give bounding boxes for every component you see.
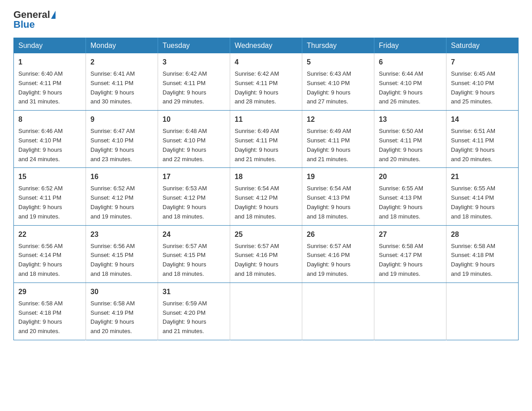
page-header: General Blue — [13, 9, 519, 30]
day-cell: 30Sunrise: 6:58 AMSunset: 4:19 PMDayligh… — [86, 283, 158, 340]
day-cell: 24Sunrise: 6:57 AMSunset: 4:15 PMDayligh… — [158, 225, 230, 283]
day-info: Sunrise: 6:52 AMSunset: 4:11 PMDaylight:… — [18, 185, 63, 219]
day-info: Sunrise: 6:58 AMSunset: 4:18 PMDaylight:… — [451, 243, 495, 277]
day-number: 7 — [451, 57, 514, 68]
day-number: 27 — [379, 229, 442, 240]
day-info: Sunrise: 6:49 AMSunset: 4:11 PMDaylight:… — [235, 128, 279, 162]
day-cell: 23Sunrise: 6:56 AMSunset: 4:15 PMDayligh… — [86, 225, 158, 283]
day-number: 17 — [163, 171, 225, 182]
day-info: Sunrise: 6:55 AMSunset: 4:14 PMDaylight:… — [451, 185, 495, 219]
day-info: Sunrise: 6:50 AMSunset: 4:11 PMDaylight:… — [379, 128, 423, 162]
day-number: 9 — [90, 114, 153, 125]
day-number: 8 — [18, 114, 81, 125]
day-info: Sunrise: 6:42 AMSunset: 4:11 PMDaylight:… — [163, 70, 207, 105]
day-cell — [230, 283, 302, 340]
day-cell: 1Sunrise: 6:40 AMSunset: 4:11 PMDaylight… — [14, 53, 86, 111]
day-cell: 2Sunrise: 6:41 AMSunset: 4:11 PMDaylight… — [86, 53, 158, 111]
day-cell: 13Sunrise: 6:50 AMSunset: 4:11 PMDayligh… — [374, 111, 446, 168]
day-cell: 6Sunrise: 6:44 AMSunset: 4:10 PMDaylight… — [374, 53, 446, 111]
day-info: Sunrise: 6:57 AMSunset: 4:16 PMDaylight:… — [235, 243, 279, 277]
day-cell: 28Sunrise: 6:58 AMSunset: 4:18 PMDayligh… — [446, 225, 519, 283]
day-cell: 14Sunrise: 6:51 AMSunset: 4:11 PMDayligh… — [446, 111, 519, 168]
day-cell: 15Sunrise: 6:52 AMSunset: 4:11 PMDayligh… — [14, 168, 86, 225]
day-info: Sunrise: 6:58 AMSunset: 4:17 PMDaylight:… — [379, 243, 423, 277]
day-number: 31 — [163, 287, 225, 297]
day-info: Sunrise: 6:49 AMSunset: 4:11 PMDaylight:… — [307, 128, 351, 162]
day-number: 20 — [379, 171, 442, 182]
day-cell: 18Sunrise: 6:54 AMSunset: 4:12 PMDayligh… — [230, 168, 302, 225]
day-info: Sunrise: 6:44 AMSunset: 4:10 PMDaylight:… — [379, 70, 423, 105]
logo-blue-text: Blue — [13, 19, 35, 30]
day-cell — [302, 283, 374, 340]
day-info: Sunrise: 6:40 AMSunset: 4:11 PMDaylight:… — [18, 70, 63, 105]
day-number: 28 — [451, 229, 514, 240]
day-cell: 5Sunrise: 6:43 AMSunset: 4:10 PMDaylight… — [302, 53, 374, 111]
day-number: 4 — [235, 57, 297, 68]
day-info: Sunrise: 6:54 AMSunset: 4:12 PMDaylight:… — [235, 185, 279, 219]
day-cell: 16Sunrise: 6:52 AMSunset: 4:12 PMDayligh… — [86, 168, 158, 225]
day-cell: 19Sunrise: 6:54 AMSunset: 4:13 PMDayligh… — [302, 168, 374, 225]
day-info: Sunrise: 6:58 AMSunset: 4:18 PMDaylight:… — [18, 300, 63, 334]
day-number: 23 — [90, 229, 153, 240]
header-cell-sunday: Sunday — [14, 38, 86, 54]
calendar-body: 1Sunrise: 6:40 AMSunset: 4:11 PMDaylight… — [14, 53, 519, 340]
day-cell: 29Sunrise: 6:58 AMSunset: 4:18 PMDayligh… — [14, 283, 86, 340]
day-number: 6 — [379, 57, 442, 68]
day-cell: 27Sunrise: 6:58 AMSunset: 4:17 PMDayligh… — [374, 225, 446, 283]
day-info: Sunrise: 6:45 AMSunset: 4:10 PMDaylight:… — [451, 70, 495, 105]
day-cell: 3Sunrise: 6:42 AMSunset: 4:11 PMDaylight… — [158, 53, 230, 111]
day-cell: 12Sunrise: 6:49 AMSunset: 4:11 PMDayligh… — [302, 111, 374, 168]
day-info: Sunrise: 6:58 AMSunset: 4:19 PMDaylight:… — [90, 300, 135, 334]
day-cell: 20Sunrise: 6:55 AMSunset: 4:13 PMDayligh… — [374, 168, 446, 225]
day-cell: 9Sunrise: 6:47 AMSunset: 4:10 PMDaylight… — [86, 111, 158, 168]
day-info: Sunrise: 6:59 AMSunset: 4:20 PMDaylight:… — [163, 300, 207, 334]
day-cell: 26Sunrise: 6:57 AMSunset: 4:16 PMDayligh… — [302, 225, 374, 283]
calendar-header: SundayMondayTuesdayWednesdayThursdayFrid… — [14, 38, 519, 54]
day-number: 13 — [379, 114, 442, 125]
day-info: Sunrise: 6:52 AMSunset: 4:12 PMDaylight:… — [90, 185, 135, 219]
day-number: 15 — [18, 171, 81, 182]
day-number: 10 — [163, 114, 225, 125]
day-cell: 4Sunrise: 6:42 AMSunset: 4:11 PMDaylight… — [230, 53, 302, 111]
day-info: Sunrise: 6:55 AMSunset: 4:13 PMDaylight:… — [379, 185, 423, 219]
week-row-1: 1Sunrise: 6:40 AMSunset: 4:11 PMDaylight… — [14, 53, 519, 111]
day-number: 3 — [163, 57, 225, 68]
day-cell — [374, 283, 446, 340]
day-cell: 11Sunrise: 6:49 AMSunset: 4:11 PMDayligh… — [230, 111, 302, 168]
calendar-table: SundayMondayTuesdayWednesdayThursdayFrid… — [13, 38, 519, 340]
day-number: 18 — [235, 171, 297, 182]
day-info: Sunrise: 6:48 AMSunset: 4:10 PMDaylight:… — [163, 128, 207, 162]
day-info: Sunrise: 6:47 AMSunset: 4:10 PMDaylight:… — [90, 128, 135, 162]
day-number: 22 — [18, 229, 81, 240]
week-row-4: 22Sunrise: 6:56 AMSunset: 4:14 PMDayligh… — [14, 225, 519, 283]
day-number: 24 — [163, 229, 225, 240]
logo-triangle-icon — [51, 11, 56, 19]
header-cell-wednesday: Wednesday — [230, 38, 302, 54]
day-number: 25 — [235, 229, 297, 240]
day-cell: 7Sunrise: 6:45 AMSunset: 4:10 PMDaylight… — [446, 53, 519, 111]
day-number: 14 — [451, 114, 514, 125]
day-number: 16 — [90, 171, 153, 182]
day-info: Sunrise: 6:56 AMSunset: 4:14 PMDaylight:… — [18, 243, 63, 277]
day-cell: 17Sunrise: 6:53 AMSunset: 4:12 PMDayligh… — [158, 168, 230, 225]
header-cell-saturday: Saturday — [446, 38, 519, 54]
day-number: 21 — [451, 171, 514, 182]
day-info: Sunrise: 6:57 AMSunset: 4:16 PMDaylight:… — [307, 243, 351, 277]
day-number: 1 — [18, 57, 81, 68]
day-number: 26 — [307, 229, 369, 240]
day-info: Sunrise: 6:57 AMSunset: 4:15 PMDaylight:… — [163, 243, 207, 277]
day-number: 2 — [90, 57, 153, 68]
header-cell-tuesday: Tuesday — [158, 38, 230, 54]
day-number: 30 — [90, 287, 153, 297]
week-row-2: 8Sunrise: 6:46 AMSunset: 4:10 PMDaylight… — [14, 111, 519, 168]
day-number: 19 — [307, 171, 369, 182]
week-row-3: 15Sunrise: 6:52 AMSunset: 4:11 PMDayligh… — [14, 168, 519, 225]
day-cell: 25Sunrise: 6:57 AMSunset: 4:16 PMDayligh… — [230, 225, 302, 283]
day-info: Sunrise: 6:51 AMSunset: 4:11 PMDaylight:… — [451, 128, 495, 162]
day-cell — [446, 283, 519, 340]
day-number: 29 — [18, 287, 81, 297]
header-row: SundayMondayTuesdayWednesdayThursdayFrid… — [14, 38, 519, 54]
day-cell: 22Sunrise: 6:56 AMSunset: 4:14 PMDayligh… — [14, 225, 86, 283]
logo: General Blue — [13, 9, 56, 30]
day-cell: 8Sunrise: 6:46 AMSunset: 4:10 PMDaylight… — [14, 111, 86, 168]
